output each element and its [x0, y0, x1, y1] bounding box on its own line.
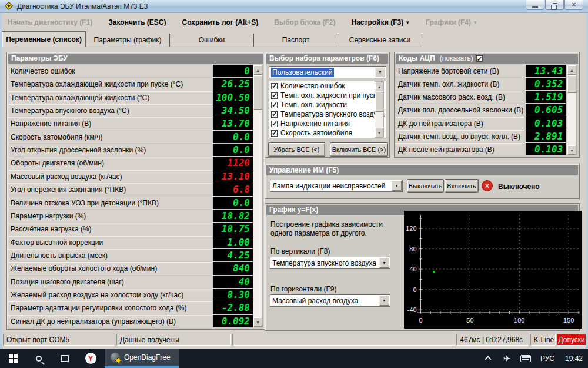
ecu-param-row: Напряжение питания (В)13.70 [8, 117, 253, 130]
start-button[interactable] [0, 349, 26, 368]
minimize-button[interactable] [526, 0, 544, 10]
param-checkbox-item[interactable]: Скорость автомобиля [269, 128, 386, 138]
ecu-param-label: Температура охлаждающей жидкости при пус… [8, 78, 212, 90]
param-checkbox-item[interactable]: Количество ошибок [269, 81, 386, 91]
ecu-param-row: Массовый расход воздуха (кг/час)13.10 [8, 170, 253, 183]
search-button[interactable] [26, 349, 52, 368]
ecu-param-value: 1120 [213, 157, 253, 169]
checkbox-checked-icon[interactable] [271, 121, 278, 127]
ecu-param-row: Фактор высотной коррекции1.00 [8, 236, 253, 248]
task-view-button[interactable] [52, 349, 78, 368]
clock[interactable]: 19:42 [560, 354, 588, 363]
menu-item-start-diagnostics: Начать диагностику (F1) [8, 18, 92, 26]
scroll-down-button[interactable]: ▼ [567, 145, 576, 155]
chevron-down-icon[interactable]: ▼ [375, 67, 385, 77]
param-checkbox-item[interactable]: Темп. охл. жидкости при пуске [269, 91, 386, 100]
svg-text:0: 0 [413, 286, 416, 293]
add-all-button[interactable]: Включить ВСЕ (>) [330, 142, 388, 157]
tab-service-records[interactable]: Сервисные записи [338, 34, 422, 47]
remove-all-button[interactable]: Убрать ВСЕ (<) [268, 142, 325, 157]
scroll-down-button[interactable]: ▼ [253, 317, 262, 327]
chevron-down-icon: ▼ [473, 20, 477, 25]
ecu-param-row: Обороты двигателя (об/мин)1120 [8, 157, 253, 169]
tab-passport[interactable]: Паспорт [254, 34, 338, 47]
menu-item-finish[interactable]: Закончить (ESC) [108, 18, 166, 26]
ecu-params-scrollbar[interactable]: ▲ ▼ [253, 65, 263, 327]
scroll-down-button[interactable]: ▼ [375, 128, 383, 137]
actuator-selected: Лампа индикации неисправностей [272, 182, 385, 190]
ecu-params-title: Параметры ЭБУ [8, 54, 263, 64]
adc-label: ДК после нейтрализатора (В) [396, 143, 524, 155]
scatter-chart: -4004080120050100150 [404, 211, 582, 329]
language-indicator[interactable]: РУС [535, 354, 560, 363]
adc-row: ДК после нейтрализатора (В)0.103 [396, 143, 566, 155]
ecu-param-row: Угол опережения зажигания (°ПКВ)6.8 [8, 183, 253, 195]
ecu-param-label: Температура впускного воздуха (°С) [8, 104, 212, 117]
adc-value: 13.43 [526, 65, 566, 77]
vertical-axis-combo[interactable]: Температура впускного воздуха ▼ [270, 257, 390, 269]
param-checkbox-item[interactable]: Угол отк. дроссельной засл. [269, 138, 386, 138]
svg-text:40: 40 [409, 266, 416, 273]
adc-row: Датчик массового расх. возд. (В)1.519 [396, 91, 566, 103]
windows-logo-icon [9, 354, 18, 363]
param-checkbox-item[interactable]: Напряжение питания [269, 119, 386, 128]
status-segment: Данные получены [116, 334, 231, 346]
tab-variables-list[interactable]: Переменные (список) [2, 31, 86, 47]
svg-text:80: 80 [409, 246, 416, 253]
adc-list: Напряжение бортовой сети (В)13.43Датчик … [396, 65, 565, 155]
close-button[interactable]: × [564, 0, 583, 10]
adc-show-checkbox[interactable] [476, 55, 483, 62]
keyboard-button[interactable] [516, 349, 535, 368]
tray-expand-button[interactable] [479, 349, 497, 368]
restore-button[interactable] [545, 0, 564, 10]
ecu-param-value: 0.0 [213, 144, 253, 156]
actuator-off-button[interactable]: Выключить [407, 179, 444, 193]
chevron-down-icon[interactable]: ▼ [379, 296, 389, 306]
adc-value: 0.352 [526, 78, 566, 90]
scroll-up-button[interactable]: ▲ [375, 82, 383, 91]
scroll-thumb[interactable] [253, 75, 262, 110]
param-set-combo[interactable]: Пользовательский ▼ [269, 66, 386, 78]
taskbar-app-opendiagfree[interactable]: OpenDiagFree [105, 349, 179, 368]
chevron-down-icon[interactable]: ▼ [392, 181, 402, 191]
scroll-up-button[interactable]: ▲ [567, 65, 576, 75]
ecu-params-list: Количество ошибок0Температура охлаждающе… [8, 65, 253, 327]
adc-scrollbar[interactable]: ▲ ▼ [567, 65, 577, 155]
ecu-param-row: Параметр нагрузки (%)18.82 [8, 210, 253, 222]
param-set-selected: Пользовательский [271, 68, 334, 77]
airplane-mode-button[interactable]: ✈ [497, 349, 516, 368]
actuator-on-button[interactable]: Включить [445, 179, 479, 193]
param-checklist-scrollbar[interactable]: ▲ ▼ [375, 81, 384, 138]
menu-item-save-log[interactable]: Сохранить лог (Alt+S) [182, 18, 259, 26]
checkbox-checked-icon[interactable] [271, 102, 278, 108]
adc-label: Напряжение бортовой сети (В) [396, 65, 524, 77]
graph-description: Построение графика зависимости одного па… [270, 220, 391, 238]
adc-label: Датчик темп. охл. жидкости (В) [396, 78, 524, 90]
ecu-param-label: Температура охлаждающей жидкости (°С) [8, 91, 212, 104]
tab-parameters-graph[interactable]: Параметры (график) [86, 34, 170, 47]
adc-note: (показать) [440, 54, 473, 62]
screen: Диагностика ЭБУ Итэлма/Автэл М73 Е3 × На… [0, 0, 588, 368]
status-alert-badge[interactable]: Допуски [557, 334, 586, 346]
ecu-param-label: Рассчётная нагрузка (%) [8, 223, 212, 235]
yandex-browser-button[interactable]: Y [78, 349, 103, 368]
adc-title: Коды АЦП [399, 54, 435, 62]
tab-errors[interactable]: Ошибки [170, 34, 254, 47]
adc-label: Датчик темп. возд. во впуск. колл. (В) [396, 130, 524, 142]
param-checkbox-item[interactable]: Температура впускного воздуха [269, 110, 386, 119]
checkbox-checked-icon[interactable] [271, 92, 278, 99]
scroll-thumb[interactable] [567, 75, 576, 93]
horizontal-axis-combo[interactable]: Массовый расход воздуха ▼ [270, 294, 390, 307]
checkbox-checked-icon[interactable] [271, 111, 278, 118]
scroll-up-button[interactable]: ▲ [253, 65, 262, 75]
checkbox-checked-icon[interactable] [271, 130, 278, 137]
scroll-thumb[interactable] [375, 92, 383, 112]
menu-item-settings[interactable]: Настройки (F3)▼ [351, 18, 410, 26]
chevron-down-icon[interactable]: ▼ [379, 258, 389, 268]
actuator-combo[interactable]: Лампа индикации неисправностей ▼ [270, 180, 403, 192]
param-checkbox-item[interactable]: Темп. охл. жидкости [269, 100, 386, 110]
param-set-title: Выбор набора параметров (F6) [266, 54, 388, 64]
adc-value: 0.103 [526, 117, 566, 130]
tabbar: Переменные (список)Параметры (график)Оши… [2, 31, 586, 47]
checkbox-checked-icon[interactable] [271, 83, 278, 89]
